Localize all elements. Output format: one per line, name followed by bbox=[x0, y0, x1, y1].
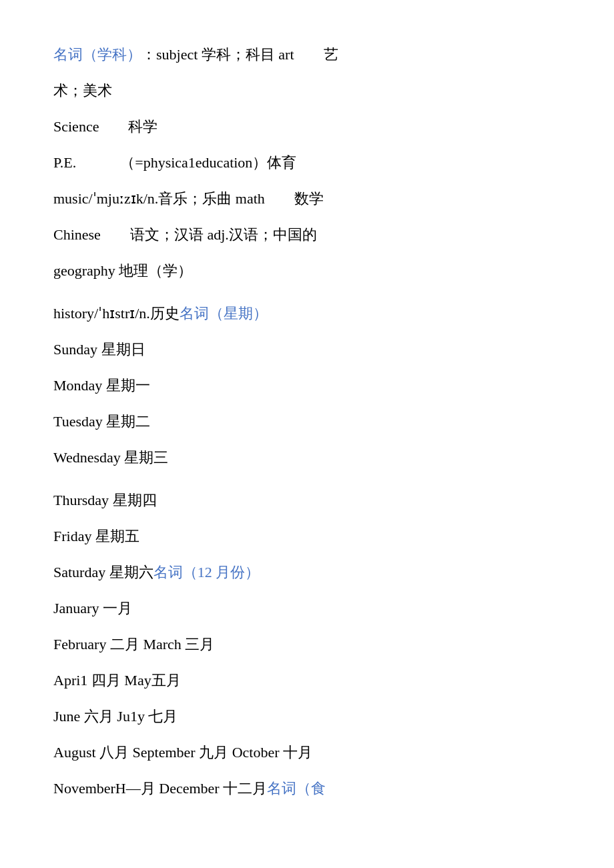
text-part-line1-0: 名词（学科） bbox=[53, 46, 141, 63]
text-part-line3-0: Science 科学 bbox=[53, 118, 158, 135]
line-line4: P.E. （=physica1education）体育 bbox=[53, 148, 574, 177]
text-part-line21-1: 名词（食 bbox=[267, 780, 326, 797]
text-part-line12-0: Wednesday 星期三 bbox=[53, 449, 168, 466]
text-part-line5-0: music/ˈmjuːzɪk/n.音乐；乐曲 math 数学 bbox=[53, 190, 324, 207]
line-line3: Science 科学 bbox=[53, 112, 574, 141]
text-part-line13-0: Thursday 星期四 bbox=[53, 492, 157, 508]
line-line19: June 六月 Ju1y 七月 bbox=[53, 702, 574, 731]
text-part-line6-0: Chinese 语文；汉语 adj.汉语；中国的 bbox=[53, 226, 317, 243]
text-part-line21-0: NovemberH—月 December 十二月 bbox=[53, 780, 267, 797]
text-part-line14-0: Friday 星期五 bbox=[53, 528, 139, 544]
text-part-line19-0: June 六月 Ju1y 七月 bbox=[53, 708, 178, 725]
line-line12: Wednesday 星期三 bbox=[53, 443, 574, 472]
line-line13: Thursday 星期四 bbox=[53, 486, 574, 515]
line-line18: Apri1 四月 May五月 bbox=[53, 666, 574, 695]
line-line17: February 二月 March 三月 bbox=[53, 630, 574, 659]
text-part-line16-0: January 一月 bbox=[53, 600, 132, 616]
text-part-line7-0: geography 地理（学） bbox=[53, 262, 192, 279]
line-line14: Friday 星期五 bbox=[53, 522, 574, 551]
spacer-7 bbox=[53, 292, 574, 299]
line-line1: 名词（学科）：subject 学科；科目 art 艺 bbox=[53, 40, 574, 69]
line-line21: NovemberH—月 December 十二月名词（食 bbox=[53, 774, 574, 803]
text-part-line8-1: 名词（星期） bbox=[180, 305, 268, 322]
text-part-line15-1: 名词（12 月份） bbox=[154, 564, 260, 580]
line-line5: music/ˈmjuːzɪk/n.音乐；乐曲 math 数学 bbox=[53, 184, 574, 213]
line-line20: August 八月 September 九月 October 十月 bbox=[53, 738, 574, 767]
text-part-line10-0: Monday 星期一 bbox=[53, 377, 150, 394]
text-part-line17-0: February 二月 March 三月 bbox=[53, 636, 214, 653]
main-content: 名词（学科）：subject 学科；科目 art 艺术；美术Science 科学… bbox=[53, 40, 574, 803]
line-line10: Monday 星期一 bbox=[53, 371, 574, 400]
text-part-line11-0: Tuesday 星期二 bbox=[53, 413, 150, 430]
line-line9: Sunday 星期日 bbox=[53, 335, 574, 364]
line-line8: history/ˈhɪstrɪ/n.历史名词（星期） bbox=[53, 299, 574, 328]
text-part-line15-0: Saturday 星期六 bbox=[53, 564, 154, 580]
line-line7: geography 地理（学） bbox=[53, 256, 574, 286]
text-part-line1-1: ：subject 学科；科目 art 艺 bbox=[141, 46, 338, 63]
text-part-line8-0: history/ˈhɪstrɪ/n.历史 bbox=[53, 305, 180, 322]
text-part-line4-0: P.E. （=physica1education）体育 bbox=[53, 154, 296, 171]
text-part-line20-0: August 八月 September 九月 October 十月 bbox=[53, 744, 312, 761]
text-part-line2-0: 术；美术 bbox=[53, 82, 112, 99]
line-line6: Chinese 语文；汉语 adj.汉语；中国的 bbox=[53, 220, 574, 250]
spacer-13 bbox=[53, 479, 574, 486]
text-part-line9-0: Sunday 星期日 bbox=[53, 341, 145, 358]
line-line2: 术；美术 bbox=[53, 76, 574, 105]
line-line15: Saturday 星期六名词（12 月份） bbox=[53, 558, 574, 587]
text-part-line18-0: Apri1 四月 May五月 bbox=[53, 672, 181, 689]
line-line11: Tuesday 星期二 bbox=[53, 407, 574, 436]
line-line16: January 一月 bbox=[53, 594, 574, 623]
